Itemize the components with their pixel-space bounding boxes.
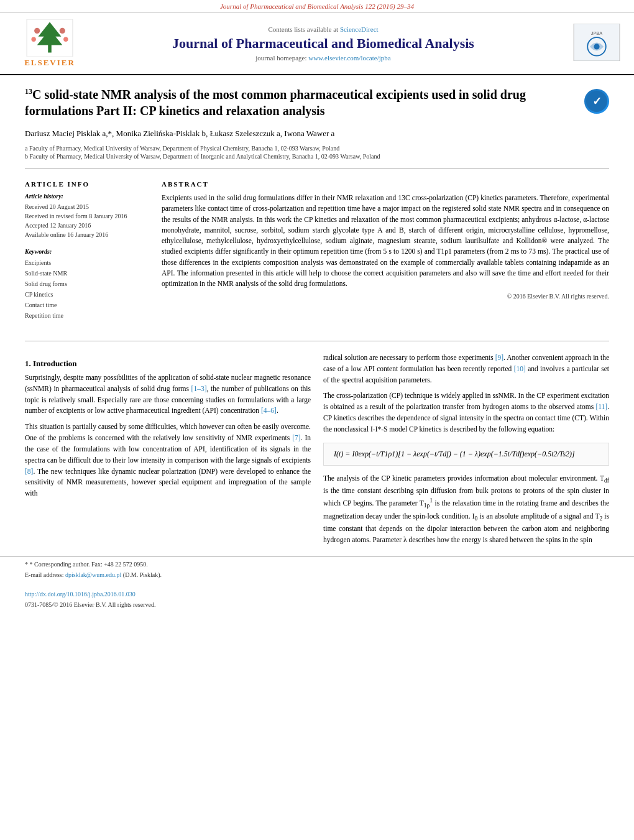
journal-homepage-link[interactable]: www.elsevier.com/locate/jpba — [308, 54, 390, 62]
sciencedirect-link[interactable]: ScienceDirect — [340, 25, 379, 33]
body-left-column: 1. Introduction Surprisingly, despite ma… — [25, 353, 311, 550]
corresponding-author-note: * * Corresponding author. Fax: +48 22 57… — [25, 560, 609, 569]
article-info-column: ARTICLE INFO Article history: Received 2… — [25, 180, 149, 330]
history-label: Article history: — [25, 193, 149, 200]
elsevier-logo-left: ELSEVIER — [12, 19, 87, 68]
svg-point-4 — [31, 37, 35, 42]
keyword-cp-kinetics: CP kinetics — [25, 289, 149, 300]
svg-point-10 — [594, 44, 599, 49]
affiliation-a-text: a Faculty of Pharmacy, Medical Universit… — [25, 145, 339, 152]
journal-header: ELSEVIER Contents lists available at Sci… — [0, 13, 634, 75]
contents-available-line: Contents lists available at ScienceDirec… — [87, 25, 559, 33]
right-paragraph2-text: The cross-polarization (CP) technique is… — [323, 392, 609, 432]
svg-point-6 — [63, 37, 68, 42]
ref-9[interactable]: [9] — [495, 354, 503, 361]
crossmark-icon: ✓ — [584, 89, 609, 114]
abstract-copyright: © 2016 Elsevier B.V. All rights reserved… — [162, 293, 609, 300]
elsevier-tree-icon — [25, 19, 75, 57]
svg-text:✓: ✓ — [592, 95, 602, 108]
crossmark-badge[interactable]: ✓ — [584, 89, 609, 114]
affiliation-b: b Faculty of Pharmacy, Medical Universit… — [25, 153, 609, 160]
issn-text: 0731-7085/© 2016 Elsevier B.V. All right… — [25, 601, 155, 608]
doi-line: http://dx.doi.org/10.1016/j.jpba.2016.01… — [25, 589, 609, 599]
authors-section: Dariusz Maciej Pisklak a,*, Monika Zieli… — [0, 126, 634, 141]
journal-cover-image: JPBA — [572, 24, 622, 61]
title-superscript: 13 — [25, 87, 32, 96]
ref-7[interactable]: [7] — [292, 434, 300, 441]
abstract-heading: ABSTRACT — [162, 180, 609, 188]
section-title-text: Introduction — [33, 359, 77, 368]
equation-text: I(t) = I0exp(−t/T1ρ1)[1 − λexp(−t/Tdf) −… — [334, 450, 575, 458]
contents-text: Contents lists available at — [268, 25, 338, 33]
footnotes-section: * * Corresponding author. Fax: +48 22 57… — [0, 556, 634, 587]
received-date: Received 20 August 2015 — [25, 202, 149, 211]
right-paragraph2: The cross-polarization (CP) technique is… — [323, 390, 609, 435]
affiliation-a: a Faculty of Pharmacy, Medical Universit… — [25, 145, 609, 152]
corresponding-text: * Corresponding author. Fax: +48 22 572 … — [30, 561, 148, 568]
article-title: 13C solid-state NMR analysis of the most… — [25, 86, 572, 119]
article-title-section: 13C solid-state NMR analysis of the most… — [0, 75, 634, 126]
divider-after-abstract — [25, 341, 609, 341]
email-link[interactable]: dpisklak@wum.edu.pl — [65, 571, 121, 578]
svg-point-5 — [60, 28, 65, 34]
ref-8[interactable]: [8] — [25, 468, 33, 475]
email-footnote: E-mail address: dpisklak@wum.edu.pl (D.M… — [25, 570, 609, 579]
right-paragraph3-text: The analysis of the CP kinetic parameter… — [323, 474, 609, 543]
section-num: 1. — [25, 359, 31, 368]
title-body: C solid-state NMR analysis of the most c… — [25, 88, 526, 118]
article-info-heading: ARTICLE INFO — [25, 180, 149, 188]
email-label: E-mail address: — [25, 571, 63, 578]
ref-11[interactable]: [11] — [595, 403, 607, 410]
corresponding-star: * — [25, 561, 30, 568]
available-date: Available online 16 January 2016 — [25, 230, 149, 239]
keywords-list: Excipients Solid-state NMR Solid drug fo… — [25, 257, 149, 321]
homepage-label: journal homepage: — [255, 54, 306, 62]
ref-4-6[interactable]: [4–6] — [261, 407, 277, 414]
intro-paragraph1: Surprisingly, despite many possibilities… — [25, 372, 311, 417]
abstract-column: ABSTRACT Excipients used in the solid dr… — [162, 180, 609, 330]
issn-copyright-line: 0731-7085/© 2016 Elsevier B.V. All right… — [25, 600, 609, 609]
journal-reference-banner: Journal of Pharmaceutical and Biomedical… — [0, 0, 634, 13]
elsevier-branding: ELSEVIER — [12, 19, 87, 68]
journal-homepage-line: journal homepage: www.elsevier.com/locat… — [87, 54, 559, 62]
journal-reference-text: Journal of Pharmaceutical and Biomedical… — [220, 2, 414, 10]
right-paragraph3: The analysis of the CP kinetic parameter… — [323, 473, 609, 546]
divider-after-affiliations — [25, 168, 609, 169]
intro-paragraph1-text: Surprisingly, despite many possibilities… — [25, 374, 311, 414]
intro-paragraph2-text: This situation is partially caused by so… — [25, 423, 311, 497]
keyword-excipients: Excipients — [25, 257, 149, 268]
keyword-repetition-time: Repetition time — [25, 310, 149, 321]
doi-link[interactable]: http://dx.doi.org/10.1016/j.jpba.2016.01… — [25, 591, 136, 598]
keywords-label: Keywords: — [25, 248, 149, 255]
keyword-ssNMR: Solid-state NMR — [25, 268, 149, 279]
intro-paragraph2: This situation is partially caused by so… — [25, 422, 311, 499]
keyword-contact-time: Contact time — [25, 300, 149, 310]
affiliations-section: a Faculty of Pharmacy, Medical Universit… — [0, 141, 634, 164]
page-wrapper: Journal of Pharmaceutical and Biomedical… — [0, 0, 634, 617]
body-right-column: radical solution are necessary to perfor… — [323, 353, 609, 550]
keyword-solid-drug-forms: Solid drug forms — [25, 279, 149, 289]
journal-info-center: Contents lists available at ScienceDirec… — [87, 25, 559, 62]
journal-title: Journal of Pharmaceutical and Biomedical… — [87, 35, 559, 52]
affiliation-b-text: b Faculty of Pharmacy, Medical Universit… — [25, 153, 380, 160]
svg-text:JPBA: JPBA — [591, 30, 603, 36]
abstract-text: Excipients used in the solid drug formul… — [162, 193, 609, 289]
journal-logo-right: JPBA — [559, 24, 622, 63]
elsevier-wordmark: ELSEVIER — [24, 58, 75, 68]
introduction-heading: 1. Introduction — [25, 359, 311, 369]
ref-1-3[interactable]: [1–3] — [191, 385, 207, 392]
ref-10[interactable]: [10] — [514, 365, 526, 372]
keywords-block: Keywords: Excipients Solid-state NMR Sol… — [25, 248, 149, 321]
revised-date: Received in revised form 8 January 2016 — [25, 211, 149, 221]
svg-point-3 — [34, 28, 40, 34]
accepted-date: Accepted 12 January 2016 — [25, 221, 149, 230]
bottom-copyright: http://dx.doi.org/10.1016/j.jpba.2016.01… — [0, 587, 634, 617]
authors-text: Dariusz Maciej Pisklak a,*, Monika Zieli… — [25, 129, 334, 138]
right-paragraph1-text: radical solution are necessary to perfor… — [323, 354, 609, 384]
article-info-abstract-section: ARTICLE INFO Article history: Received 2… — [0, 174, 634, 336]
main-body-section: 1. Introduction Surprisingly, despite ma… — [0, 346, 634, 556]
article-history-block: Article history: Received 20 August 2015… — [25, 193, 149, 239]
email-name: (D.M. Pisklak). — [123, 571, 162, 578]
equation-box: I(t) = I0exp(−t/T1ρ1)[1 − λexp(−t/Tdf) −… — [323, 443, 609, 466]
right-paragraph1: radical solution are necessary to perfor… — [323, 353, 609, 385]
